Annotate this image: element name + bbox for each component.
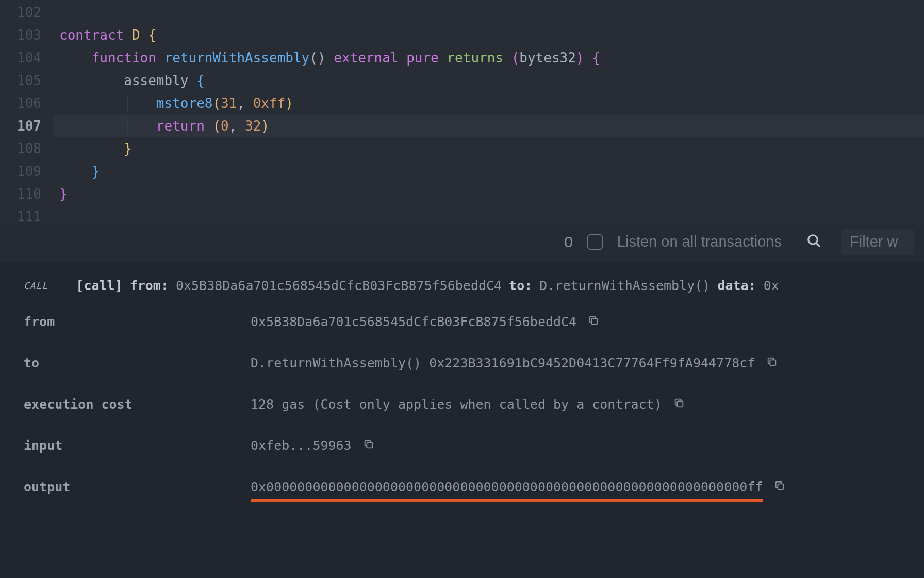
terminal-panel: 0 Listen on all transactions CALL [call]… [0,222,924,578]
detail-cost-key: execution cost [24,394,251,415]
copy-icon[interactable] [774,477,785,497]
code-editor[interactable]: 102103104105106107108109110111 contract … [0,0,924,222]
svg-rect-2 [591,318,597,324]
summary-data-label: data: [717,276,756,296]
code-line[interactable] [59,1,924,24]
line-number: 103 [0,24,41,46]
line-number: 110 [0,183,41,205]
summary-from-label: from: [130,276,169,296]
detail-from-val: 0x5B38Da6a701c568545dCfcB03FcB875f56bedd… [251,312,924,332]
detail-output-val: 0x00000000000000000000000000000000000000… [251,477,924,497]
output-highlight-underline [251,499,763,502]
execution-cost: 128 gas (Cost only applies when called b… [251,394,662,415]
line-number: 105 [0,69,41,92]
summary-to-value: D.returnWithAssembly() [539,276,710,296]
svg-rect-6 [778,484,784,489]
transaction-summary-row[interactable]: CALL [call] from: 0x5B38Da6a701c568545dC… [24,276,924,296]
input-data: 0xfeb...59963 [251,436,352,456]
line-number-gutter: 102103104105106107108109110111 [0,0,54,222]
copy-icon[interactable] [588,312,599,332]
detail-to-val: D.returnWithAssembly() 0x223B331691bC945… [251,353,924,374]
copy-icon[interactable] [766,353,778,374]
detail-input-val: 0xfeb...59963 [251,436,924,456]
line-number: 106 [0,92,41,115]
svg-line-1 [816,243,820,247]
svg-rect-4 [677,401,683,407]
summary-to-label: to: [509,276,532,296]
summary-tag: [call] [76,276,122,296]
listen-all-checkbox[interactable] [587,234,603,250]
code-line[interactable]: } [59,183,924,205]
code-line[interactable] [59,205,924,228]
transaction-log: CALL [call] from: 0x5B38Da6a701c568545dC… [0,262,924,497]
svg-point-0 [808,235,818,244]
output-data: 0x00000000000000000000000000000000000000… [251,479,763,494]
line-number: 102 [0,1,41,24]
code-line[interactable]: assembly { [59,69,924,92]
code-line[interactable]: } [59,160,924,183]
line-number: 109 [0,160,41,183]
code-line[interactable]: function returnWithAssembly() external p… [59,46,924,69]
call-badge: CALL [24,279,48,294]
search-icon[interactable] [806,233,822,251]
pending-tx-count: 0 [564,233,573,251]
filter-input[interactable] [842,229,914,255]
summary-data-value: 0x [764,276,779,296]
line-number: 107 [0,115,41,137]
detail-cost-val: 128 gas (Cost only applies when called b… [251,394,924,415]
code-line[interactable]: } [59,137,924,160]
to-address: D.returnWithAssembly() 0x223B331691bC945… [251,353,755,374]
transaction-details: from 0x5B38Da6a701c568545dCfcB03FcB875f5… [24,312,924,497]
code-line[interactable]: │ mstore8(31, 0xff) [59,92,924,115]
code-line[interactable]: │ return (0, 32) [54,115,924,137]
detail-from-key: from [24,312,251,332]
copy-icon[interactable] [363,436,374,456]
detail-input-key: input [24,436,251,456]
detail-output-key: output [24,477,251,497]
summary-from-value: 0x5B38Da6a701c568545dCfcB03FcB875f56bedd… [176,276,502,296]
line-number: 111 [0,205,41,228]
code-content[interactable]: contract D { function returnWithAssembly… [54,0,924,222]
svg-rect-3 [770,360,776,365]
line-number: 108 [0,137,41,160]
line-number: 104 [0,46,41,69]
listen-all-label: Listen on all transactions [617,233,782,250]
code-line[interactable]: contract D { [59,24,924,46]
svg-rect-5 [367,442,372,448]
from-address: 0x5B38Da6a701c568545dCfcB03FcB875f56bedd… [251,312,576,332]
copy-icon[interactable] [673,394,685,415]
detail-to-key: to [24,353,251,374]
